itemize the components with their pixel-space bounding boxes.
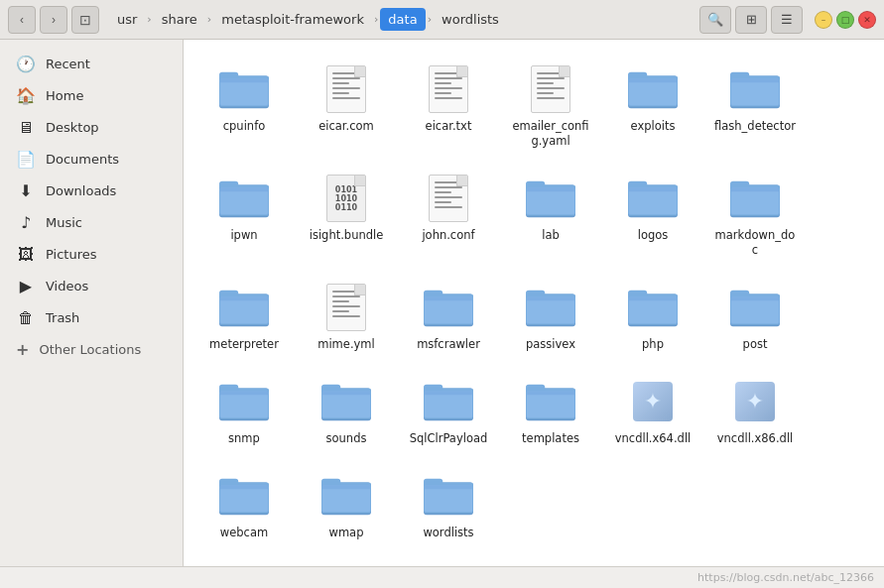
dll-icon: ✦	[729, 376, 781, 427]
nav-forward-button[interactable]: ›	[40, 6, 67, 34]
file-item[interactable]: webcam	[199, 462, 289, 548]
svg-rect-37	[219, 290, 238, 297]
svg-rect-19	[220, 187, 268, 191]
sidebar-item-other-locations[interactable]: +Other Locations	[4, 334, 179, 365]
sidebar-item-label: Home	[46, 88, 83, 103]
sidebar-item-home[interactable]: 🏠Home	[4, 80, 179, 111]
svg-rect-14	[731, 78, 779, 82]
file-item[interactable]: flash_detector	[710, 56, 800, 157]
file-item[interactable]: eicar.txt	[404, 56, 493, 157]
svg-rect-17	[219, 181, 238, 189]
search-button[interactable]: 🔍	[699, 6, 731, 34]
text-file-icon	[525, 63, 576, 115]
svg-rect-59	[731, 296, 779, 300]
sidebar-item-label: Downloads	[46, 183, 116, 198]
svg-rect-72	[424, 384, 442, 392]
menu-button[interactable]: ☰	[771, 6, 803, 34]
file-item[interactable]: snmp	[199, 368, 289, 454]
view-toggle-button[interactable]: ⊞	[735, 6, 767, 34]
nav-history-button[interactable]: ⊡	[71, 6, 99, 34]
svg-rect-77	[526, 384, 545, 392]
file-item[interactable]: eicar.com	[302, 56, 391, 157]
folder-icon	[218, 63, 270, 115]
file-name: eicar.txt	[426, 119, 472, 134]
sidebar-item-recent[interactable]: 🕐Recent	[4, 49, 179, 79]
nav-back-button[interactable]: ‹	[8, 6, 36, 34]
svg-rect-87	[321, 478, 340, 486]
sidebar-item-documents[interactable]: 📄Documents	[4, 144, 179, 175]
file-item[interactable]: markdown_doc	[710, 165, 800, 266]
file-item[interactable]: ✦vncdll.x64.dll	[608, 368, 697, 454]
svg-rect-92	[424, 478, 442, 486]
file-item[interactable]: SqlClrPayload	[404, 368, 493, 454]
file-item[interactable]: john.conf	[404, 165, 493, 266]
file-item[interactable]: logos	[608, 165, 697, 266]
window-controls: – □ ✕	[815, 11, 876, 29]
file-item[interactable]: 010110100110 isight.bundle	[302, 165, 391, 266]
file-area[interactable]: cpuinfo eicar.com eicar.txt emailer_conf…	[184, 40, 884, 566]
folder-icon	[627, 173, 679, 224]
svg-rect-88	[322, 485, 370, 512]
sidebar-item-desktop[interactable]: 🖥Desktop	[4, 112, 179, 143]
file-item[interactable]: templates	[506, 368, 595, 454]
file-item[interactable]: ✦vncdll.x86.dll	[710, 368, 800, 454]
folder-icon	[525, 282, 576, 333]
svg-rect-57	[730, 290, 749, 297]
file-grid: cpuinfo eicar.com eicar.txt emailer_conf…	[199, 56, 868, 548]
folder-icon	[729, 282, 781, 333]
sidebar-item-trash[interactable]: 🗑Trash	[4, 302, 179, 333]
file-item[interactable]: msfcrawler	[404, 274, 493, 360]
file-name: lab	[542, 228, 560, 243]
file-name: logos	[638, 228, 669, 243]
breadcrumb-item-wordlists[interactable]: wordlists	[434, 8, 507, 31]
folder-icon	[729, 173, 781, 224]
breadcrumb-item-metasploit-framework[interactable]: metasploit-framework	[213, 8, 372, 31]
breadcrumb-item-data[interactable]: data	[380, 8, 425, 31]
breadcrumb-separator: ›	[147, 13, 151, 26]
file-item[interactable]: passivex	[506, 274, 595, 360]
file-item[interactable]: lab	[506, 165, 595, 266]
file-item[interactable]: emailer_config.yaml	[506, 56, 595, 157]
music-icon: ♪	[16, 213, 36, 232]
svg-rect-94	[425, 485, 472, 489]
file-item[interactable]: sounds	[302, 368, 391, 454]
sidebar-item-videos[interactable]: ▶Videos	[4, 271, 179, 301]
svg-rect-13	[731, 78, 779, 105]
svg-rect-27	[628, 181, 647, 189]
file-item[interactable]: exploits	[608, 56, 697, 157]
watermark-text: https://blog.csdn.net/abc_12366	[697, 571, 874, 584]
file-item[interactable]: cpuinfo	[199, 56, 289, 157]
file-item[interactable]: php	[608, 274, 697, 360]
file-name: emailer_config.yaml	[510, 119, 591, 149]
file-item[interactable]: post	[710, 274, 800, 360]
file-item[interactable]: mime.yml	[302, 274, 391, 360]
sidebar-item-label: Desktop	[46, 120, 99, 135]
file-item[interactable]: ipwn	[199, 165, 289, 266]
file-name: flash_detector	[714, 119, 796, 134]
file-name: wmap	[329, 526, 364, 540]
folder-icon	[218, 470, 270, 522]
breadcrumb-item-usr[interactable]: usr	[109, 8, 145, 31]
file-name: msfcrawler	[417, 337, 480, 352]
svg-rect-7	[628, 72, 647, 80]
file-name: snmp	[228, 431, 260, 446]
maximize-button[interactable]: □	[836, 11, 854, 29]
minimize-button[interactable]: –	[815, 11, 832, 29]
svg-rect-23	[527, 187, 574, 214]
sidebar-item-music[interactable]: ♪Music	[4, 207, 179, 238]
file-item[interactable]: wordlists	[404, 462, 493, 548]
folder-icon	[423, 470, 474, 522]
titlebar: ‹ › ⊡ usr›share›metasploit-framework›dat…	[0, 0, 884, 40]
svg-rect-34	[731, 187, 779, 191]
plus-icon: +	[16, 340, 29, 359]
sidebar-item-downloads[interactable]: ⬇Downloads	[4, 176, 179, 206]
folder-icon	[525, 173, 576, 224]
close-button[interactable]: ✕	[858, 11, 876, 29]
file-item[interactable]: wmap	[302, 462, 391, 548]
breadcrumb-item-share[interactable]: share	[154, 8, 205, 31]
folder-icon	[218, 173, 270, 224]
text-file-icon	[423, 173, 474, 224]
file-item[interactable]: meterpreter	[199, 274, 289, 360]
svg-rect-47	[526, 290, 545, 297]
sidebar-item-pictures[interactable]: 🖼Pictures	[4, 239, 179, 270]
